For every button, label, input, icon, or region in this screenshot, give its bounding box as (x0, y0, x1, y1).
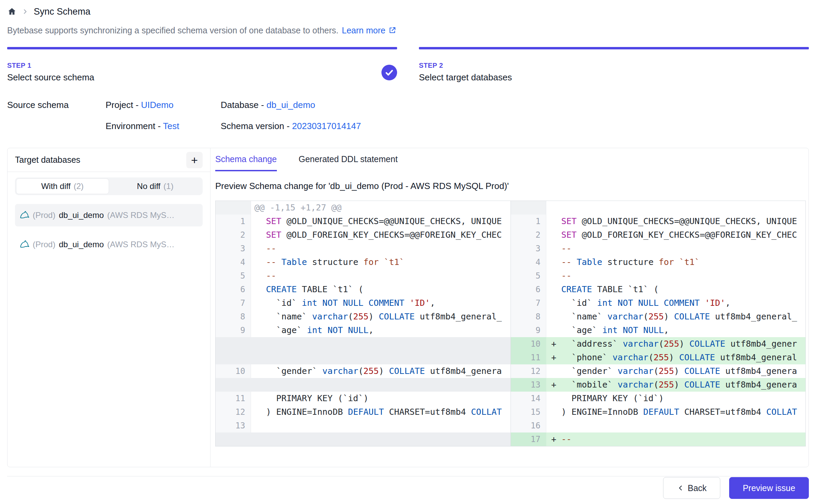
diff-add-marker (251, 283, 266, 296)
database-list-item[interactable]: (Prod) db_ui_demo (AWS RDS MyS… (15, 204, 203, 226)
code-line: `name` varchar(255) COLLATE utf8mb4_gene… (266, 310, 511, 324)
database-instance: (AWS RDS MyS… (107, 240, 175, 249)
line-number: 11 (511, 351, 546, 364)
code-line: -- Table structure for `t1` (561, 255, 805, 269)
diff-row: 5-- (511, 269, 805, 283)
back-button[interactable]: Back (663, 477, 720, 499)
hunk-header: @@ -1,15 +1,27 @@ (251, 201, 511, 215)
database-link[interactable]: db_ui_demo (266, 100, 315, 110)
tab-no-diff-count: (1) (163, 182, 173, 191)
schema-version-field: Schema version - 20230317014147 (221, 121, 809, 131)
line-number: 4 (216, 255, 251, 269)
project-link[interactable]: UIDemo (141, 100, 173, 110)
diff-add-marker (251, 310, 266, 324)
schema-change-content: Schema change Generated DDL statement Pr… (210, 148, 809, 467)
hunk-header (546, 201, 805, 215)
stepper: STEP 1 Select source schema STEP 2 Selec… (7, 47, 809, 82)
diff-row: 12) ENGINE=InnoDB DEFAULT CHARSET=utf8mb… (216, 405, 511, 419)
tab-with-diff[interactable]: With diff (2) (16, 178, 109, 194)
chevron-left-icon (677, 484, 685, 492)
diff-row: 8 `name` varchar(255) COLLATE utf8mb4_ge… (511, 310, 805, 324)
diff-add-marker (546, 215, 561, 228)
line-number: 8 (216, 310, 251, 324)
diff-add-marker (546, 364, 561, 378)
diff-add-marker (546, 324, 561, 337)
line-number: 6 (216, 283, 251, 296)
database-list-item[interactable]: (Prod) db_ui_demo (AWS RDS MyS… (15, 233, 203, 256)
code-line: SET @OLD_FOREIGN_KEY_CHECKS=@@FOREIGN_KE… (266, 228, 511, 242)
line-number: 1 (511, 215, 546, 228)
line-number: 4 (511, 255, 546, 269)
code-line: -- (561, 432, 805, 446)
line-number: 1 (216, 215, 251, 228)
code-line: -- (266, 269, 511, 283)
diff-row (216, 378, 511, 392)
tab-with-diff-label: With diff (41, 182, 70, 191)
home-icon[interactable] (7, 7, 17, 16)
diff-row (216, 337, 511, 351)
preview-title: Preview Schema change for 'db_ui_demo (P… (215, 181, 809, 192)
database-field: Database - db_ui_demo (221, 100, 809, 110)
breadcrumb: Sync Schema (7, 5, 809, 18)
tab-no-diff[interactable]: No diff (1) (109, 178, 202, 194)
diff-add-marker (546, 255, 561, 269)
chevron-right-icon (21, 8, 29, 15)
diff-row: 1SET @OLD_UNIQUE_CHECKS=@@UNIQUE_CHECKS,… (216, 215, 511, 228)
diff-add-marker (546, 296, 561, 310)
source-schema-label: Source schema (7, 100, 106, 110)
diff-row (216, 351, 511, 364)
line-number: 9 (511, 324, 546, 337)
mysql-icon (20, 210, 29, 220)
environment-link[interactable]: Test (163, 121, 179, 131)
diff-add-marker (251, 296, 266, 310)
diff-row: 15) ENGINE=InnoDB DEFAULT CHARSET=utf8mb… (511, 405, 805, 419)
line-number: 9 (216, 324, 251, 337)
source-schema-summary: Source schema Project - UIDemo Database … (7, 99, 809, 131)
schema-version-link[interactable]: 20230317014147 (292, 121, 361, 131)
diff-row: 13 (216, 419, 511, 432)
target-database-list: (Prod) db_ui_demo (AWS RDS MyS… (Prod) d… (15, 204, 203, 256)
add-database-button[interactable]: + (186, 152, 203, 168)
diff-row: 3-- (511, 242, 805, 255)
code-line: `age` int NOT NULL, (561, 324, 805, 337)
database-name: db_ui_demo (59, 240, 104, 249)
code-line: -- Table structure for `t1` (266, 255, 511, 269)
diff-row (216, 432, 511, 446)
code-line: PRIMARY KEY (`id`) (561, 392, 805, 405)
line-number: 3 (511, 242, 546, 255)
line-number: 11 (216, 392, 251, 405)
line-number: 15 (511, 405, 546, 419)
diff-right-pane[interactable]: 1SET @OLD_UNIQUE_CHECKS=@@UNIQUE_CHECKS,… (511, 201, 805, 446)
diff-add-marker (251, 405, 266, 419)
diff-add-marker (546, 269, 561, 283)
diff-left-pane[interactable]: @@ -1,15 +1,27 @@1SET @OLD_UNIQUE_CHECKS… (216, 201, 511, 446)
step-1-check-icon (381, 65, 397, 80)
diff-add-marker (546, 310, 561, 324)
diff-row: 14 PRIMARY KEY (`id`) (511, 392, 805, 405)
preview-issue-button[interactable]: Preview issue (729, 477, 809, 499)
page-title: Sync Schema (34, 6, 91, 17)
sidebar-title: Target databases (15, 155, 80, 165)
diff-add-marker (546, 242, 561, 255)
diff-row: 7 `id` int NOT NULL COMMENT 'ID', (216, 296, 511, 310)
diff-add-marker (251, 419, 266, 432)
diff-row: 6CREATE TABLE `t1` ( (216, 283, 511, 296)
code-line: -- (561, 269, 805, 283)
step-2: STEP 2 Select target databases (419, 47, 809, 82)
learn-more-link[interactable]: Learn more (342, 26, 396, 35)
line-number: 8 (511, 310, 546, 324)
diff-add-marker (251, 392, 266, 405)
database-label: Database - (221, 100, 264, 110)
line-number (511, 201, 546, 215)
code-line: CREATE TABLE `t1` ( (561, 283, 805, 296)
database-environment: (Prod) (33, 240, 56, 249)
diff-row: 2SET @OLD_FOREIGN_KEY_CHECKS=@@FOREIGN_K… (511, 228, 805, 242)
diff-row: 10+ `address` varchar(255) COLLATE utf8m… (511, 337, 805, 351)
tab-generated-ddl[interactable]: Generated DDL statement (299, 148, 398, 171)
diff-row: 13+ `mobile` varchar(255) COLLATE utf8mb… (511, 378, 805, 392)
diff-filter-tabs: With diff (2) No diff (1) (15, 177, 203, 195)
tab-schema-change[interactable]: Schema change (215, 148, 277, 171)
code-line: -- (561, 242, 805, 255)
sidebar-header: Target databases + (7, 148, 210, 172)
line-number: 2 (216, 228, 251, 242)
